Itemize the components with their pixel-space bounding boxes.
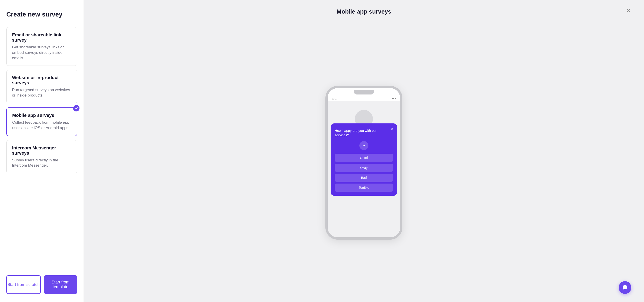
phone-status-bar: 9:41 ●●● [328,96,400,101]
phone-survey-options: Good Okay Bad Terrible [335,154,393,192]
phone-notch-bar [328,88,400,96]
phone-option-bad[interactable]: Bad [335,174,393,182]
create-survey-modal: Create new survey Email or shareable lin… [0,0,644,302]
phone-survey-chevron [359,141,368,150]
phone-option-terrible[interactable]: Terrible [335,183,393,192]
phone-mockup: 9:41 ●●● ✕ How happy are you with our se… [326,86,402,240]
start-from-template-button[interactable]: Start from template [44,275,78,294]
right-panel-title: Mobile app surveys [336,8,391,15]
survey-options-list: Email or shareable link survey Get share… [6,27,77,270]
phone-notch [354,90,374,95]
phone-content: ✕ How happy are you with our services? G… [328,101,400,237]
option-website[interactable]: Website or in-product surveys Run target… [6,70,77,103]
phone-signal: ●●● [392,97,396,100]
bottom-buttons: Start from scratch Start from template [6,270,77,294]
phone-option-okay[interactable]: Okay [335,164,393,172]
chat-button[interactable] [619,281,631,294]
option-intercom-desc: Survey users directly in the Intercom Me… [12,157,72,168]
phone-preview-container: 9:41 ●●● ✕ How happy are you with our se… [326,23,402,302]
option-mobile[interactable]: Mobile app surveys Collect feedback from… [6,107,77,136]
option-mobile-desc: Collect feedback from mobile app users i… [12,120,71,131]
phone-survey-question: How happy are you with our services? [335,128,393,138]
start-from-scratch-button[interactable]: Start from scratch [6,275,41,294]
phone-survey-popup: ✕ How happy are you with our services? G… [330,124,397,196]
phone-time: 9:41 [332,97,336,100]
option-intercom[interactable]: Intercom Messenger surveys Survey users … [6,140,77,174]
phone-option-good[interactable]: Good [335,154,393,162]
option-email-title: Email or shareable link survey [12,32,72,43]
option-intercom-title: Intercom Messenger surveys [12,145,72,156]
option-website-desc: Run targeted surveys on websites or insi… [12,87,72,98]
option-mobile-title: Mobile app surveys [12,113,71,118]
option-email[interactable]: Email or shareable link survey Get share… [6,27,77,66]
option-email-desc: Get shareable surveys links or embed sur… [12,44,72,61]
right-panel: Mobile app surveys ✕ 9:41 ●●● [84,0,644,302]
phone-survey-close-icon[interactable]: ✕ [390,127,394,132]
left-panel: Create new survey Email or shareable lin… [0,0,84,302]
option-website-title: Website or in-product surveys [12,75,72,85]
selected-checkmark [73,105,80,112]
close-modal-button[interactable]: ✕ [626,7,631,14]
panel-title: Create new survey [6,11,77,18]
right-header: Mobile app surveys ✕ [84,0,644,23]
